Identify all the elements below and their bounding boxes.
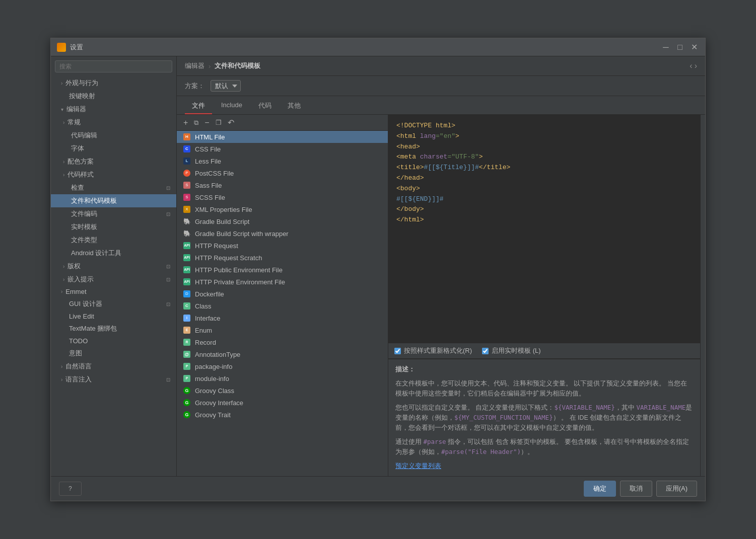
sidebar-label: 语言注入 bbox=[65, 375, 92, 384]
sidebar-item-liveedit[interactable]: Live Edit bbox=[51, 311, 176, 322]
livetemplates-checkbox[interactable] bbox=[482, 348, 489, 354]
tab-files[interactable]: 文件 bbox=[185, 98, 212, 114]
file-item-moduleinfo[interactable]: Pmodule-info bbox=[177, 372, 388, 384]
file-item-groovyclass[interactable]: GGroovy Class bbox=[177, 384, 388, 397]
file-icon-wrapper: @ bbox=[183, 350, 191, 358]
file-item-interface[interactable]: IInterface bbox=[177, 312, 388, 324]
hint-button[interactable]: ? bbox=[59, 482, 82, 496]
search-input[interactable] bbox=[55, 60, 172, 72]
file-item-css[interactable]: CCSS File bbox=[177, 143, 388, 155]
apply-button[interactable]: 应用(A) bbox=[656, 481, 697, 497]
sidebar-item-codeediting[interactable]: 代码编辑 bbox=[51, 129, 176, 142]
code-token: > bbox=[479, 153, 483, 161]
file-item-html[interactable]: HHTML File bbox=[177, 131, 388, 143]
reformat-checkbox-label[interactable]: 按照样式重新格式化(R) bbox=[394, 346, 472, 355]
file-item-sass[interactable]: SSass File bbox=[177, 179, 388, 191]
reset-button[interactable]: ↶ bbox=[225, 117, 237, 128]
tab-include[interactable]: Include bbox=[214, 98, 249, 114]
file-item-groovytrait[interactable]: GGroovy Trait bbox=[177, 409, 388, 421]
cancel-button[interactable]: 取消 bbox=[620, 481, 652, 497]
maximize-button[interactable]: □ bbox=[675, 42, 685, 52]
file-item-docker[interactable]: DDockerfile bbox=[177, 288, 388, 300]
file-label: CSS File bbox=[195, 145, 221, 153]
sidebar-item-editor[interactable]: ▾编辑器 bbox=[51, 103, 176, 116]
code-inline-varname: ${VARIABLE_NAME} bbox=[554, 404, 614, 411]
code-token: lang bbox=[416, 132, 436, 140]
file-item-gradlew[interactable]: 🐘Gradle Build Script with wrapper bbox=[177, 227, 388, 240]
sidebar-item-inspections[interactable]: 检查⊡ bbox=[51, 181, 176, 194]
file-item-record[interactable]: RRecord bbox=[177, 336, 388, 348]
sidebar-item-appearance[interactable]: ›外观与行为 bbox=[51, 76, 176, 90]
code-token: <!DOCTYPE html> bbox=[396, 122, 455, 129]
sidebar-item-todo[interactable]: TODO bbox=[51, 335, 176, 347]
file-item-less[interactable]: LLess File bbox=[177, 155, 388, 167]
file-item-httpscratch[interactable]: APIHTTP Request Scratch bbox=[177, 252, 388, 264]
file-item-packageinfo[interactable]: Ppackage-info bbox=[177, 360, 388, 372]
tab-other[interactable]: 其他 bbox=[281, 98, 308, 114]
sidebar-item-colorscheme[interactable]: ›配色方案 bbox=[51, 155, 176, 168]
sidebar-label: 按键映射 bbox=[69, 92, 95, 101]
sub-indicator-icon: ⊡ bbox=[166, 185, 170, 191]
sidebar-item-keymap[interactable]: 按键映射 bbox=[51, 90, 176, 103]
livetemplates-checkbox-label[interactable]: 启用实时模板 (L) bbox=[482, 346, 541, 355]
sidebar-item-livetemplates[interactable]: 实时模板 bbox=[51, 220, 176, 234]
code-token: <body> bbox=[396, 185, 420, 192]
file-item-enum[interactable]: EEnum bbox=[177, 324, 388, 336]
copy-button[interactable]: ⧉ bbox=[191, 118, 201, 128]
sidebar-item-androiddesign[interactable]: Android 设计工具 bbox=[51, 247, 176, 260]
sidebar-item-guidesigner[interactable]: GUI 设计器⊡ bbox=[51, 297, 176, 311]
file-item-groovyinterface[interactable]: GGroovy Interface bbox=[177, 397, 388, 409]
ok-button[interactable]: 确定 bbox=[584, 481, 616, 497]
code-token: <title> bbox=[396, 164, 424, 171]
sidebar-item-font[interactable]: 字体 bbox=[51, 142, 176, 155]
file-icon-wrapper: S bbox=[183, 181, 191, 189]
clone-button[interactable]: ❐ bbox=[213, 118, 224, 127]
close-button[interactable]: ✕ bbox=[689, 42, 699, 52]
sidebar-item-filetemplates[interactable]: 文件和代码模板 bbox=[51, 194, 176, 207]
file-label: XML Properties File bbox=[195, 206, 252, 213]
file-icon-wrapper: P bbox=[183, 374, 191, 382]
reformat-checkbox[interactable] bbox=[394, 348, 401, 354]
predefined-vars-link[interactable]: 预定义变量列表 bbox=[395, 463, 441, 470]
main-panel: 编辑器 › 文件和代码模板 ‹ › 方案： 默认 文件 Include 代码 bbox=[177, 56, 705, 476]
add-button[interactable]: + bbox=[181, 117, 190, 128]
sidebar-item-copyright[interactable]: ›版权⊡ bbox=[51, 260, 176, 273]
sidebar-item-filetypes[interactable]: 文件类型 bbox=[51, 234, 176, 247]
file-item-postcss[interactable]: PPostCSS File bbox=[177, 167, 388, 179]
sidebar-label: 代码样式 bbox=[67, 170, 94, 179]
file-item-xml[interactable]: XXML Properties File bbox=[177, 203, 388, 215]
scheme-select[interactable]: 默认 bbox=[211, 80, 241, 92]
code-token: </html> bbox=[396, 216, 424, 223]
code-token: ="en" bbox=[436, 132, 455, 140]
file-icon-wrapper: 🐘 bbox=[183, 217, 191, 225]
sidebar-item-general[interactable]: ›常规 bbox=[51, 116, 176, 129]
vertical-scrollbar[interactable] bbox=[700, 115, 705, 476]
sidebar-item-naturallang[interactable]: ›自然语言 bbox=[51, 360, 176, 373]
sidebar-item-codestyle[interactable]: ›代码样式 bbox=[51, 168, 176, 181]
sidebar-item-intentions[interactable]: 意图 bbox=[51, 347, 176, 360]
remove-button[interactable]: − bbox=[202, 117, 212, 128]
sidebar-item-fileencoding[interactable]: 文件编码⊡ bbox=[51, 207, 176, 220]
file-item-httppublic[interactable]: APIHTTP Public Environment File bbox=[177, 264, 388, 276]
sidebar-item-emmet[interactable]: ›Emmet bbox=[51, 286, 176, 297]
file-icon-wrapper: D bbox=[183, 290, 191, 298]
sidebar-item-langinjection[interactable]: ›语言注入⊡ bbox=[51, 373, 176, 386]
file-item-annotationtype[interactable]: @AnnotationType bbox=[177, 348, 388, 360]
file-icon-wrapper: X bbox=[183, 205, 191, 213]
sidebar-item-textmate[interactable]: TextMate 捆绑包 bbox=[51, 322, 176, 335]
split-area: + ⧉ − ❐ ↶ HHTML FileCCSS FileLLess FileP… bbox=[177, 115, 705, 476]
file-item-httpprivate[interactable]: APIHTTP Private Environment File bbox=[177, 276, 388, 288]
code-token: > bbox=[455, 132, 459, 140]
code-line: <meta charset="UTF-8"> bbox=[396, 152, 692, 163]
back-button[interactable]: ‹ bbox=[690, 61, 692, 70]
file-item-http[interactable]: APIHTTP Request bbox=[177, 240, 388, 252]
tab-code[interactable]: 代码 bbox=[251, 98, 279, 114]
sidebar-item-inlays[interactable]: ›嵌入提示⊡ bbox=[51, 273, 176, 286]
code-editor[interactable]: <!DOCTYPE html><html lang="en"><head> <m… bbox=[388, 115, 700, 343]
file-item-gradle[interactable]: 🐘Gradle Build Script bbox=[177, 215, 388, 227]
code-line: </head> bbox=[396, 173, 692, 184]
file-item-scss[interactable]: SSCSS File bbox=[177, 191, 388, 203]
forward-button[interactable]: › bbox=[695, 61, 697, 70]
minimize-button[interactable]: ─ bbox=[661, 42, 671, 52]
file-item-class[interactable]: CClass bbox=[177, 300, 388, 312]
